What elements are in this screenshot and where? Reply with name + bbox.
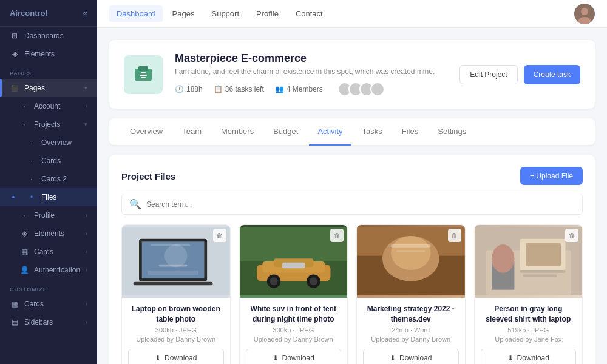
topnav-contact[interactable]: Contact	[288, 5, 330, 22]
dot-active-icon: •	[27, 192, 36, 202]
upload-file-button[interactable]: + Upload File	[520, 167, 583, 185]
project-title: Masterpiece E-commerce	[175, 52, 447, 65]
file-info-4: Person in gray long sleeved shirt with l…	[475, 298, 583, 364]
tab-overview[interactable]: Overview	[121, 118, 171, 146]
sidebar-item-profile[interactable]: · Profile ›	[0, 206, 97, 224]
topnav-pages[interactable]: Pages	[165, 5, 202, 22]
svg-point-38	[492, 244, 514, 273]
sidebar-item-label: Dashboards	[24, 32, 64, 40]
svg-rect-11	[134, 282, 213, 286]
topnav-profile[interactable]: Profile	[249, 5, 286, 22]
sidebar-item-label: Account	[34, 102, 60, 110]
svg-rect-32	[396, 250, 425, 252]
file-card-2: 🗑 White suv in front of tent during nigh…	[239, 224, 348, 364]
dot-icon: ·	[19, 101, 29, 111]
files-section: Project Files + Upload File 🔍	[109, 155, 595, 364]
download-button-1[interactable]: ⬇ Download	[128, 349, 224, 364]
page-content: Masterpiece E-commerce I am alone, and f…	[97, 28, 607, 364]
file-uploader-2: Uploaded by Danny Brown	[246, 335, 342, 343]
sidebar-collapse-icon[interactable]: «	[83, 8, 87, 18]
file-delete-4[interactable]: 🗑	[565, 229, 578, 242]
tab-activity[interactable]: Activity	[309, 118, 351, 146]
sidebar-item-label: Files	[41, 193, 56, 201]
project-info: Masterpiece E-commerce I am alone, and f…	[175, 52, 447, 96]
svg-point-12	[164, 244, 187, 267]
cards3-icon: ▦	[19, 247, 29, 257]
file-delete-1[interactable]: 🗑	[213, 229, 226, 242]
pages-icon: ⬛	[10, 83, 19, 93]
top-navigation: Dashboard Pages Support Profile Contact	[97, 0, 607, 28]
sidebar-item-cards-c[interactable]: ▦ Cards ›	[0, 295, 97, 313]
svg-rect-5	[141, 72, 146, 73]
cards-c-icon: ▦	[10, 299, 19, 309]
sidebar-item-dashboards[interactable]: ⊞ Dashboards	[0, 27, 97, 45]
sidebar-item-elements2[interactable]: ◈ Elements ›	[0, 224, 97, 243]
svg-rect-6	[140, 75, 147, 76]
project-tasks: 📋 36 tasks left	[214, 85, 264, 93]
sidebar-item-label: Cards 2	[41, 175, 67, 183]
elements2-icon: ◈	[19, 229, 29, 238]
edit-project-button[interactable]: Edit Project	[459, 65, 517, 84]
file-delete-2[interactable]: 🗑	[330, 229, 344, 242]
file-name-2: White suv in front of tent during night …	[246, 304, 342, 325]
download-icon: ⬇	[507, 354, 514, 362]
sidebar-item-cards3[interactable]: ▦ Cards ›	[0, 243, 97, 261]
sidebar-item-projects[interactable]: · Projects ▾	[0, 115, 97, 133]
svg-point-1	[581, 8, 588, 15]
chevron-right-icon: ›	[86, 319, 87, 325]
sidebar-item-label: Profile	[34, 211, 55, 220]
file-delete-3[interactable]: 🗑	[448, 229, 461, 242]
sidebar-item-overview[interactable]: · Overview	[0, 133, 97, 152]
sidebar-item-pages[interactable]: ⬛ Pages ▾	[0, 79, 97, 97]
search-icon: 🔍	[129, 198, 141, 210]
sidebar-item-authentication[interactable]: 👤 Authentication ›	[0, 261, 97, 279]
svg-rect-7	[141, 77, 146, 78]
download-button-3[interactable]: ⬇ Download	[363, 349, 459, 364]
tab-tasks[interactable]: Tasks	[354, 118, 391, 146]
project-actions: Edit Project Create task	[459, 65, 580, 84]
search-input[interactable]	[146, 200, 575, 209]
tab-team[interactable]: Team	[174, 118, 210, 146]
topnav-dashboard[interactable]: Dashboard	[109, 5, 163, 22]
svg-rect-14	[151, 244, 190, 246]
dot-icon: ·	[27, 174, 36, 184]
sidebar-item-elements[interactable]: ◈ Elements	[0, 45, 97, 63]
download-button-2[interactable]: ⬇ Download	[246, 349, 342, 364]
download-icon: ⬇	[390, 354, 396, 362]
file-info-3: Marketing strategy 2022 - themes.dev 24m…	[357, 298, 465, 364]
project-meta: 🕐 188h 📋 36 tasks left 👥 4 Members	[175, 82, 447, 96]
sidebar-item-cards2[interactable]: · Cards 2	[0, 170, 97, 188]
sidebar-item-cards[interactable]: · Cards	[0, 152, 97, 170]
file-thumbnail-2: 🗑	[240, 225, 348, 298]
tab-budget[interactable]: Budget	[265, 118, 307, 146]
user-avatar[interactable]	[574, 4, 595, 24]
dot-icon: ·	[27, 138, 36, 147]
tab-files[interactable]: Files	[393, 118, 427, 146]
svg-rect-26	[282, 263, 305, 268]
sidebar-item-sidebars[interactable]: ▤ Sidebars ›	[0, 313, 97, 331]
member-avatars	[337, 82, 385, 96]
svg-rect-15	[148, 271, 198, 275]
chevron-right-icon: ›	[86, 249, 87, 255]
download-button-4[interactable]: ⬇ Download	[481, 349, 577, 364]
file-name-1: Laptop on brown wooden table photo	[128, 304, 224, 325]
file-info-2: White suv in front of tent during night …	[240, 298, 348, 364]
topnav-support[interactable]: Support	[204, 5, 246, 22]
elements-icon: ◈	[10, 49, 19, 59]
download-icon: ⬇	[273, 354, 279, 362]
tab-members[interactable]: Members	[212, 118, 262, 146]
sidebar-item-account[interactable]: · Account ›	[0, 97, 97, 115]
project-members: 👥 4 Members	[275, 85, 323, 93]
sidebar-item-files[interactable]: • Files	[0, 188, 97, 206]
clock-icon: 🕐	[175, 85, 184, 93]
file-uploader-1: Uploaded by Danny Brown	[128, 335, 224, 343]
file-uploader-4: Uploaded by Jane Fox	[481, 335, 577, 343]
file-name-3: Marketing strategy 2022 - themes.dev	[363, 304, 459, 325]
svg-point-30	[391, 236, 430, 270]
chevron-down-icon: ▾	[84, 121, 87, 127]
create-task-button[interactable]: Create task	[524, 65, 580, 84]
search-bar: 🔍	[121, 194, 583, 215]
tab-settings[interactable]: Settings	[429, 118, 475, 146]
chevron-right-icon: ›	[86, 212, 87, 218]
download-icon: ⬇	[155, 354, 161, 362]
